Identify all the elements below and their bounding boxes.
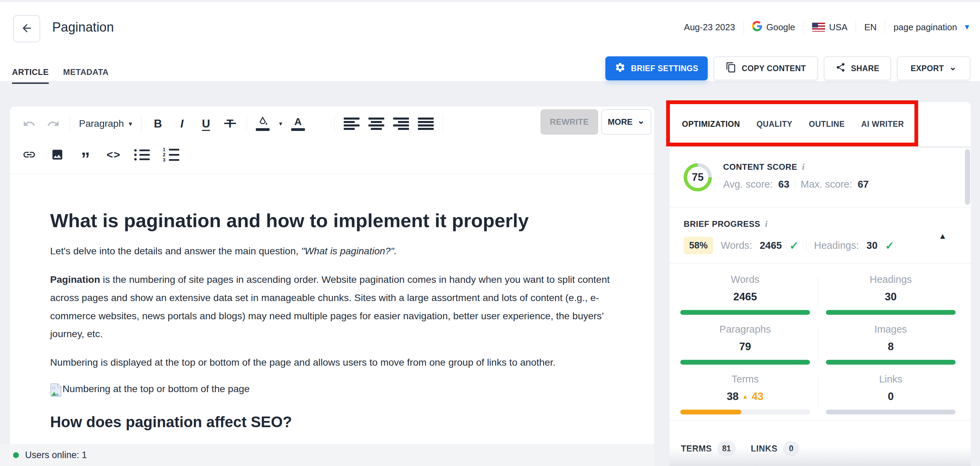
gear-icon: [615, 62, 626, 75]
numbered-list-icon[interactable]: 1 2 3: [163, 146, 179, 163]
tab-optimization[interactable]: OPTIMIZATION: [682, 120, 740, 129]
article-paragraph-2: Numbering is displayed at the top or bot…: [50, 353, 627, 372]
divider: [247, 115, 247, 132]
divider: [70, 115, 70, 132]
tab-ai-writer[interactable]: AI WRITER: [861, 120, 904, 129]
online-status-dot: [13, 452, 19, 458]
search-engine[interactable]: Google: [752, 21, 795, 34]
undo-icon[interactable]: [22, 115, 37, 132]
stat-value: 8: [826, 341, 956, 353]
keyword-dropdown[interactable]: page pagination ▼: [894, 22, 971, 33]
info-icon[interactable]: i: [765, 219, 767, 229]
keyword-label: page pagination: [894, 22, 957, 33]
stat-progress-bar: [826, 410, 956, 415]
editor-toolbar-row1: Paragraph ▾ B I U T ▾ A: [22, 114, 443, 133]
divider: [141, 115, 142, 132]
underline-button[interactable]: U: [199, 115, 213, 132]
stats-section: Words 2465 Headings 30 Paragraphs 79 Ima…: [670, 264, 971, 421]
panel-tabs: OPTIMIZATION QUALITY OUTLINE AI WRITER: [670, 102, 971, 146]
stat-label: Links: [826, 373, 956, 385]
content-score-value: 75: [684, 163, 712, 192]
header-buttons: BRIEF SETTINGS COPY CONTENT SHARE EXPORT…: [605, 56, 970, 80]
copy-content-button[interactable]: COPY CONTENT: [714, 56, 818, 80]
header: Pagination Aug-23 2023 Google USA EN pag…: [0, 2, 980, 81]
editor-toolbar-row2: ” <> 1 2 3: [22, 145, 179, 164]
code-icon[interactable]: <>: [106, 146, 121, 163]
stat-label: Images: [826, 324, 956, 335]
text-color-button[interactable]: A: [291, 116, 305, 131]
blockquote-icon[interactable]: ”: [78, 150, 93, 168]
stat-value: 38 ▲ 43: [680, 390, 810, 403]
rewrite-button[interactable]: REWRITE: [541, 109, 598, 135]
strikethrough-button[interactable]: T: [227, 117, 234, 130]
align-left-icon[interactable]: [344, 118, 360, 130]
stat-terms: Terms 38 ▲ 43: [680, 373, 810, 415]
align-justify-icon[interactable]: [418, 118, 434, 130]
share-button[interactable]: SHARE: [824, 56, 891, 80]
stat-value: 2465: [680, 291, 810, 303]
search-engine-label: Google: [767, 22, 795, 33]
stat-images: Images 8: [826, 324, 956, 365]
words-value: 2465: [760, 240, 782, 251]
align-center-icon[interactable]: [368, 118, 384, 130]
article-metadata-tabs: ARTICLE METADATA: [12, 67, 108, 84]
arrow-left-icon: [21, 22, 33, 36]
score-averages: Avg. score: 63 Max. score: 67: [723, 178, 869, 190]
stat-paragraphs: Paragraphs 79: [680, 324, 810, 365]
share-label: SHARE: [851, 64, 880, 73]
chevron-down-icon: ⌄: [637, 119, 645, 122]
tab-quality[interactable]: QUALITY: [756, 120, 792, 129]
brief-settings-button[interactable]: BRIEF SETTINGS: [605, 56, 708, 80]
collapse-icon[interactable]: ▲: [939, 231, 947, 241]
content-editor-screen: Pagination Aug-23 2023 Google USA EN pag…: [0, 0, 980, 466]
country-label: USA: [829, 22, 848, 33]
stat-progress-bar: [680, 410, 810, 415]
caret-down-icon[interactable]: ▾: [279, 120, 282, 128]
country-selector[interactable]: USA: [812, 22, 848, 33]
brief-progress-label: BRIEF PROGRESS: [684, 219, 760, 228]
caret-down-icon: ▾: [129, 120, 132, 128]
export-button[interactable]: EXPORT ⌄: [897, 56, 970, 80]
progress-percent-badge: 58%: [684, 237, 713, 254]
highlight-color-button[interactable]: [256, 116, 270, 131]
more-button[interactable]: MORE ⌄: [601, 109, 651, 135]
bullet-list-icon[interactable]: [134, 146, 150, 163]
tab-outline[interactable]: OUTLINE: [809, 120, 845, 129]
usa-flag-icon: [812, 23, 825, 32]
image-alt-text: Numbering at the top or bottom of the pa…: [62, 383, 250, 394]
panel-bottom-fade: [670, 447, 971, 466]
panel-scrollbar[interactable]: [965, 149, 970, 205]
paragraph-style-dropdown[interactable]: Paragraph ▾: [79, 118, 132, 129]
divider: [856, 20, 856, 34]
article-h1: What is pagination and how to implement …: [50, 210, 627, 231]
tab-article[interactable]: ARTICLE: [12, 67, 49, 84]
align-right-icon[interactable]: [393, 118, 409, 130]
italic-button[interactable]: I: [175, 115, 189, 132]
stat-value: 0: [826, 390, 956, 403]
page-title: Pagination: [52, 20, 114, 35]
article-body[interactable]: What is pagination and how to implement …: [50, 189, 627, 431]
users-online-text: Users online: 1: [25, 450, 87, 461]
back-button[interactable]: [13, 15, 40, 42]
export-label: EXPORT: [911, 64, 944, 73]
info-icon[interactable]: i: [802, 162, 805, 172]
divider: [334, 115, 335, 132]
tab-metadata[interactable]: METADATA: [63, 67, 109, 84]
redo-icon[interactable]: [46, 115, 61, 132]
google-logo-icon: [752, 21, 762, 34]
language-label[interactable]: EN: [864, 22, 877, 33]
link-icon[interactable]: [22, 146, 37, 163]
brief-progress-section: BRIEF PROGRESSi 58% Words: 2465 ✓ Headin…: [670, 209, 971, 263]
status-bar: Users online: 1: [0, 444, 654, 466]
chevron-down-icon: ⌄: [949, 65, 957, 69]
bold-button[interactable]: B: [150, 115, 165, 132]
stat-value: 30: [826, 291, 956, 303]
article-intro: Let's delve into the details and answer …: [50, 242, 627, 260]
check-icon: ✓: [789, 239, 799, 252]
insert-image-icon[interactable]: [50, 146, 65, 163]
avg-score-value: 63: [778, 179, 789, 190]
brief-progress-row: 58% Words: 2465 ✓ Headings: 30 ✓: [684, 237, 894, 254]
optimization-panel: 75 CONTENT SCOREi Avg. score: 63 Max. sc…: [670, 148, 971, 466]
stat-value: 79: [680, 341, 810, 353]
max-score-label: Max. score:: [801, 179, 852, 190]
